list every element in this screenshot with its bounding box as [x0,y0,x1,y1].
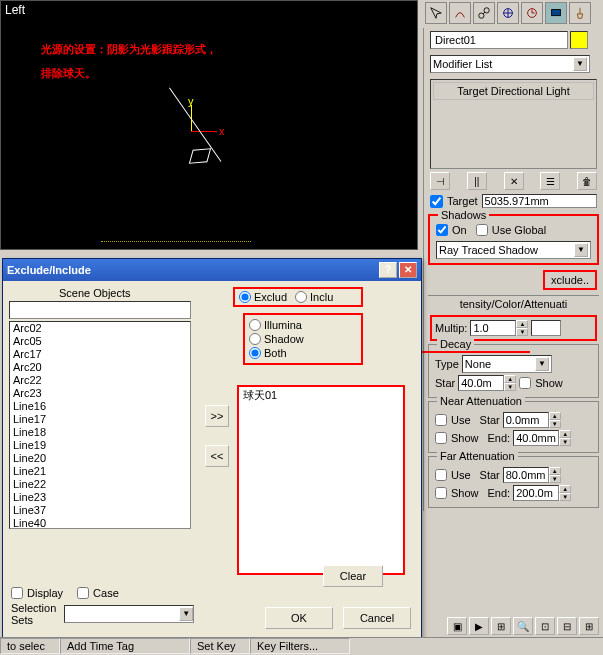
multiplier-spinner[interactable]: ▲▼ [470,320,528,336]
viewport-label: Left [5,3,25,17]
display-tool-icon[interactable] [545,2,567,24]
link-tool-icon[interactable] [473,2,495,24]
target-distance-value: 5035.971mm [482,194,597,208]
display-subtree-checkbox[interactable] [11,587,23,599]
list-item[interactable]: Arc05 [10,335,190,348]
list-item[interactable]: Arc17 [10,348,190,361]
annotation-overlay: 光源的设置：阴影为光影跟踪形式， 排除球天。 [41,37,217,85]
target-label: Target [447,195,478,207]
selection-sets-dropdown[interactable]: ▼ [64,605,194,623]
shadows-title: Shadows [438,209,489,221]
decay-show-checkbox[interactable] [519,377,531,389]
move-right-button[interactable]: >> [205,405,229,427]
svg-line-2 [483,12,485,14]
viewport-left[interactable]: Left 光源的设置：阴影为光影跟踪形式， 排除球天。 y x [0,0,418,250]
shadows-on-checkbox[interactable] [436,224,448,236]
list-item[interactable]: Line20 [10,452,190,465]
chevron-down-icon: ▼ [573,57,587,71]
object-name-input[interactable]: Direct01 [430,31,568,49]
stack-item[interactable]: Target Directional Light [433,82,594,100]
decay-start-spinner[interactable]: ▲▼ [458,375,516,391]
far-start-spinner[interactable]: ▲▼ [503,467,561,483]
list-item[interactable]: Arc02 [10,322,190,335]
exclude-button[interactable]: xclude.. [543,270,597,290]
list-item[interactable]: Line37 [10,504,190,517]
min-max-icon[interactable]: ⊞ [579,617,599,635]
use-global-checkbox[interactable] [476,224,488,236]
light-color-swatch[interactable] [531,320,561,336]
list-item[interactable]: 球天01 [239,387,403,404]
ground-line [101,241,251,242]
scene-objects-list[interactable]: Arc02Arc05Arc17Arc20Arc22Arc23Line16Line… [9,321,191,529]
far-end-spinner[interactable]: ▲▼ [513,485,571,501]
key-mode-icon[interactable]: ⊞ [491,617,511,635]
far-show-checkbox[interactable] [435,487,447,499]
intensity-group: tensity/Color/Attenuati [428,295,599,312]
list-item[interactable]: Line18 [10,426,190,439]
add-time-tag-button[interactable]: Add Time Tag [60,638,190,654]
list-item[interactable]: Line16 [10,400,190,413]
list-item[interactable]: Line22 [10,478,190,491]
list-item[interactable]: Arc20 [10,361,190,374]
include-radio[interactable] [295,291,307,303]
show-end-result-icon[interactable]: || [467,172,487,190]
svg-rect-5 [552,10,561,16]
modifier-stack[interactable]: Target Directional Light [430,79,597,169]
far-use-checkbox[interactable] [435,469,447,481]
list-item[interactable]: Line40 [10,517,190,529]
play-icon[interactable]: ▶ [469,617,489,635]
zoom-icon[interactable]: 🔍 [513,617,533,635]
far-atten-group: Far Attenuation Use Star ▲▼ Show End: ▲▼ [428,456,599,508]
cancel-button[interactable]: Cancel [343,607,411,629]
both-radio[interactable] [249,347,261,359]
ok-button[interactable]: OK [265,607,333,629]
list-item[interactable]: Line19 [10,439,190,452]
region-zoom-icon[interactable]: ⊟ [557,617,577,635]
zoom-all-icon[interactable]: ⊡ [535,617,555,635]
list-item[interactable]: Line17 [10,413,190,426]
utilities-tool-icon[interactable] [569,2,591,24]
exclude-radio[interactable] [239,291,251,303]
set-key-button[interactable]: Set Key [190,638,250,654]
key-filters-button[interactable]: Key Filters... [250,638,350,654]
status-bar: to selec Add Time Tag Set Key Key Filter… [0,637,603,655]
time-controls: ▣ ▶ ⊞ 🔍 ⊡ ⊟ ⊞ [447,617,599,635]
goto-start-icon[interactable]: ▣ [447,617,467,635]
list-item[interactable]: Line21 [10,465,190,478]
move-left-button[interactable]: << [205,445,229,467]
near-start-spinner[interactable]: ▲▼ [503,412,561,428]
shadow-cast-radio[interactable] [249,333,261,345]
intensity-title: tensity/Color/Attenuati [428,296,599,312]
modifier-list-dropdown[interactable]: Modifier List ▼ [430,55,590,73]
light-object-icon[interactable] [189,148,211,164]
excluded-objects-list[interactable]: 球天01 [237,385,405,575]
list-item[interactable]: Arc23 [10,387,190,400]
list-item[interactable]: Line23 [10,491,190,504]
close-button[interactable]: ✕ [399,262,417,278]
shadow-type-dropdown[interactable]: Ray Traced Shadow ▼ [436,241,591,259]
scene-search-input[interactable] [9,301,191,319]
near-show-checkbox[interactable] [435,432,447,444]
clear-button[interactable]: Clear [323,565,383,587]
near-atten-group: Near Attenuation Use Star ▲▼ Show End: ▲… [428,401,599,453]
remove-modifier-icon[interactable]: ☰ [540,172,560,190]
help-button[interactable]: ? [379,262,397,278]
near-end-spinner[interactable]: ▲▼ [513,430,571,446]
pin-stack-icon[interactable]: ⊣ [430,172,450,190]
case-sensitive-checkbox[interactable] [77,587,89,599]
motion-tool-icon[interactable] [521,2,543,24]
dialog-titlebar[interactable]: Exclude/Include ? ✕ [3,259,421,281]
globe-tool-icon[interactable] [497,2,519,24]
illumination-radio[interactable] [249,319,261,331]
near-use-checkbox[interactable] [435,414,447,426]
select-tool-icon[interactable] [425,2,447,24]
configure-sets-icon[interactable]: 🗑 [577,172,597,190]
object-color-swatch[interactable] [570,31,588,49]
decay-type-dropdown[interactable]: None ▼ [462,355,552,373]
exclude-include-dialog: Exclude/Include ? ✕ Scene Objects Arc02A… [2,258,422,638]
status-prompt: to selec [0,638,60,654]
target-checkbox[interactable] [430,195,443,208]
arc-tool-icon[interactable] [449,2,471,24]
list-item[interactable]: Arc22 [10,374,190,387]
make-unique-icon[interactable]: ✕ [504,172,524,190]
